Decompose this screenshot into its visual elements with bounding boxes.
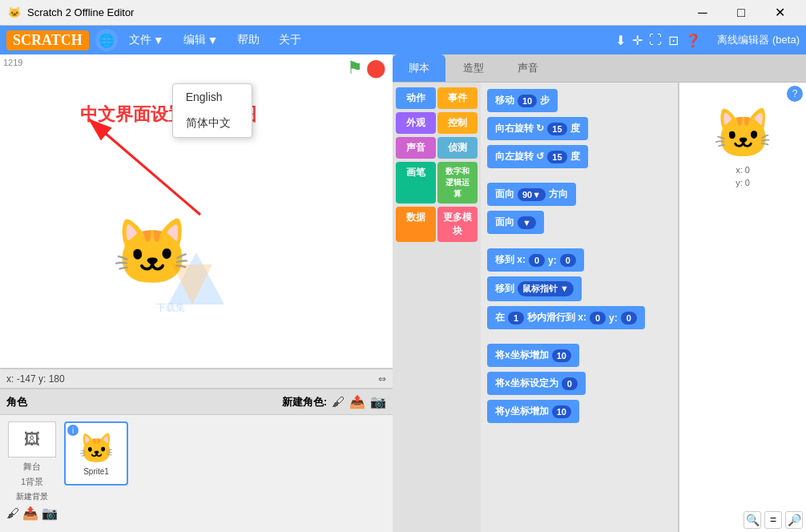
camera-backdrop-button[interactable]: 📷 (42, 506, 58, 521)
category-more[interactable]: 更多模块 (437, 207, 478, 242)
block-turn-left-input[interactable]: 15 (547, 151, 566, 163)
sprite-info-button[interactable]: i (67, 425, 79, 436)
app-title: Scratch 2 Offline Editor (27, 6, 134, 18)
block-go-to-xy[interactable]: 移到 x: 0 y: 0 (487, 248, 584, 272)
block-change-x[interactable]: 将x坐标增加 10 (487, 344, 579, 367)
block-point-toward[interactable]: 面向 ▼ (487, 211, 544, 234)
block-go-to[interactable]: 移到 鼠标指针 ▼ (487, 276, 582, 301)
close-button[interactable]: ✕ (761, 0, 798, 26)
preview-x-coord: x: 0 (735, 165, 750, 175)
paint-new-sprite-button[interactable]: 🖌 (332, 395, 345, 409)
menu-file[interactable]: 文件 ▼ (121, 30, 172, 50)
block-set-x[interactable]: 将x坐标设定为 0 (487, 372, 586, 395)
sprites-title: 角色 (6, 395, 27, 409)
stage-cat: 🐱 (112, 215, 192, 290)
block-set-x-input[interactable]: 0 (562, 377, 578, 390)
maximize-button[interactable]: □ (723, 0, 760, 26)
scratch-logo: SCRATCH (6, 30, 89, 50)
category-data[interactable]: 数据 (396, 207, 436, 242)
expand-button[interactable]: ⇔ (378, 373, 386, 385)
block-go-to-dropdown[interactable]: 鼠标指针 ▼ (518, 281, 574, 296)
block-go-to-xy-label: 移到 x: (495, 253, 526, 267)
tab-costumes[interactable]: 造型 (447, 54, 500, 82)
block-turn-right-suffix: 度 (570, 122, 580, 135)
category-operators[interactable]: 数字和逻辑运算 (437, 162, 478, 204)
zoom-reset-button[interactable]: = (764, 511, 782, 529)
block-turn-left-suffix: 度 (570, 150, 580, 163)
block-go-to-y-input[interactable]: 0 (560, 254, 576, 267)
block-point-dir-label: 面向 (495, 187, 514, 201)
category-looks[interactable]: 外观 (396, 112, 436, 134)
category-events[interactable]: 事件 (437, 87, 478, 109)
category-motion[interactable]: 动作 (396, 87, 436, 109)
block-glide-time-input[interactable]: 1 (508, 312, 524, 324)
sprite-number: 1219 (3, 58, 22, 67)
category-pen[interactable]: 画笔 (396, 162, 436, 204)
gap2 (487, 239, 671, 244)
block-turn-right-label: 向右旋转 ↻ (495, 122, 544, 135)
tab-sounds[interactable]: 声音 (502, 54, 554, 82)
blocks-list: 移动 10 步 向右旋转 ↻ 15 度 向左旋转 ↺ 15 度 (481, 83, 678, 532)
minimize-button[interactable]: ─ (684, 0, 721, 26)
gap3 (487, 334, 671, 339)
upload-backdrop-button[interactable]: 📤 (22, 506, 38, 521)
block-go-to-x-input[interactable]: 0 (529, 254, 545, 267)
block-glide-y-label: y: (609, 312, 618, 324)
help-icon[interactable]: ❓ (685, 33, 701, 48)
block-glide-label: 秒内滑行到 x: (527, 311, 586, 324)
zoom-in-button[interactable]: 🔍 (744, 511, 761, 529)
camera-sprite-button[interactable]: 📷 (370, 394, 386, 409)
blocks-area: 动作 事件 外观 控制 声音 侦测 画笔 数字和逻辑运算 数据 更多模块 (393, 83, 806, 532)
block-turn-left-label: 向左旋转 ↺ (495, 150, 544, 163)
zoom-out-button[interactable]: 🔎 (785, 511, 803, 529)
block-point-dir-dropdown[interactable]: 90▼ (518, 188, 546, 201)
block-point-toward-dropdown[interactable]: ▼ (518, 216, 536, 229)
stop-button[interactable]: ⬤ (366, 58, 386, 79)
add-icon[interactable]: ✛ (632, 33, 643, 48)
block-turn-right-input[interactable]: 15 (547, 123, 566, 135)
app-icon: 🐱 (8, 6, 21, 18)
block-point-dir[interactable]: 面向 90▼ 方向 (487, 183, 576, 206)
category-control[interactable]: 控制 (437, 112, 478, 134)
menu-icons: ⬇ ✛ ⛶ ⊡ ❓ (615, 33, 701, 48)
dropdown-item-english[interactable]: English (173, 84, 252, 110)
menu-file-arrow: ▼ (153, 34, 164, 46)
block-move-suffix: 步 (540, 94, 550, 107)
category-sound[interactable]: 声音 (396, 137, 436, 159)
fullscreen-icon[interactable]: ⛶ (649, 33, 662, 47)
block-turn-left[interactable]: 向左旋转 ↺ 15 度 (487, 145, 588, 168)
menu-about[interactable]: 关于 (271, 30, 309, 50)
sprite-thumbnail: 🐱 (79, 432, 115, 466)
shrink-icon[interactable]: ⊡ (668, 33, 679, 48)
block-move[interactable]: 移动 10 步 (487, 89, 558, 112)
preview-help-button[interactable]: ? (787, 86, 803, 102)
menu-edit[interactable]: 编辑 ▼ (175, 30, 227, 50)
block-glide-in: 在 (495, 311, 505, 324)
language-button[interactable]: 🌐 (95, 29, 118, 51)
sprites-header: 角色 新建角色: 🖌 📤 📷 (0, 389, 393, 415)
block-move-input[interactable]: 10 (518, 95, 537, 107)
stage-thumb-box[interactable]: 🖼 (8, 421, 56, 457)
block-change-y[interactable]: 将y坐标增加 10 (487, 400, 579, 423)
sprite-name: Sprite1 (83, 467, 109, 476)
gap1 (487, 173, 671, 178)
category-sensing[interactable]: 侦测 (437, 137, 478, 159)
block-change-x-input[interactable]: 10 (552, 349, 571, 362)
block-change-y-input[interactable]: 10 (552, 405, 571, 418)
menu-help[interactable]: 帮助 (229, 30, 268, 50)
sprite-card-sprite1[interactable]: i 🐱 Sprite1 (64, 421, 128, 486)
download-icon[interactable]: ⬇ (615, 33, 626, 48)
block-glide[interactable]: 在 1 秒内滑行到 x: 0 y: 0 (487, 306, 645, 329)
dropdown-item-chinese[interactable]: 简体中文 (173, 110, 252, 137)
block-turn-right[interactable]: 向右旋转 ↻ 15 度 (487, 117, 588, 140)
paint-backdrop-button[interactable]: 🖌 (6, 506, 19, 521)
sprites-content: 🖼 舞台 1背景 新建背景 🖌 📤 📷 i 🐱 (0, 415, 393, 532)
block-glide-x-input[interactable]: 0 (590, 312, 606, 324)
block-go-to-label: 移到 (495, 282, 514, 296)
green-flag-button[interactable]: ⚑ (347, 58, 363, 79)
right-panel: 脚本 造型 声音 动作 事件 外观 控制 声音 侦测 (393, 54, 806, 532)
tab-scripts[interactable]: 脚本 (393, 54, 445, 82)
block-glide-y-input[interactable]: 0 (621, 312, 637, 324)
upload-sprite-button[interactable]: 📤 (349, 394, 365, 409)
preview-panel: ? 🐱 x: 0 y: 0 🔍 = 🔎 (678, 83, 806, 532)
